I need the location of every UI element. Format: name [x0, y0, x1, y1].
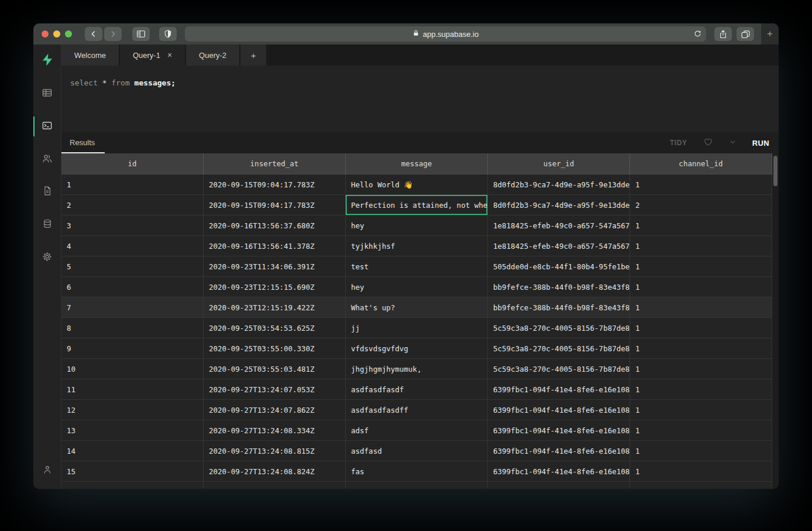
cell-message-row14[interactable]: asdfasd [346, 441, 488, 461]
tab-query-2[interactable]: Query-2 [186, 44, 239, 66]
tab-query-1[interactable]: Query-1 × [120, 44, 185, 66]
scrollbar-thumb[interactable] [773, 156, 777, 186]
favorite-button[interactable] [703, 137, 713, 149]
cell-id-row9[interactable]: 9 [61, 338, 204, 359]
column-header-inserted_at[interactable]: inserted_at [204, 153, 346, 174]
cell-message-row6[interactable]: hey [346, 277, 488, 297]
sidebar-toggle-button[interactable] [132, 27, 150, 41]
cell-id-row6[interactable]: 6 [61, 277, 204, 297]
cell-id-row15[interactable]: 15 [61, 461, 204, 482]
cell-inserted_at-row5[interactable]: 2020-09-23T11:34:06.391Z [204, 256, 346, 277]
cell-message-row2[interactable]: Perfection is attained, not when… [346, 195, 488, 215]
cell-channel_id-row14[interactable]: 1 [630, 441, 772, 461]
cell-inserted_at-row3[interactable]: 2020-09-16T13:56:37.680Z [204, 215, 346, 236]
cell-id-row13[interactable]: 13 [61, 420, 204, 441]
cell-id-row5[interactable]: 5 [61, 256, 204, 277]
cell-id-row12[interactable]: 12 [61, 400, 204, 420]
minimize-window-button[interactable] [53, 30, 60, 37]
address-bar[interactable]: app.supabase.io [185, 26, 706, 42]
cell-id-row4[interactable]: 4 [61, 236, 204, 256]
run-button[interactable]: RUN [752, 139, 769, 148]
cell-user_id-row9[interactable]: 5c59c3a8-270c-4005-8156-7b87de8c… [488, 338, 630, 359]
cell-user_id-row6[interactable]: bb9fefce-388b-44f0-b98f-83e43f8a… [488, 277, 630, 297]
sidebar-item-settings[interactable] [33, 241, 61, 274]
cell-message-row11[interactable]: asdfasdfasdf [346, 379, 488, 400]
cell-channel_id-row15[interactable]: 1 [630, 461, 772, 482]
cell-user_id-row10[interactable]: 5c59c3a8-270c-4005-8156-7b87de8c… [488, 359, 630, 379]
cell-inserted_at-row15[interactable]: 2020-09-27T13:24:08.824Z [204, 461, 346, 482]
column-header-id[interactable]: id [61, 153, 204, 174]
new-query-tab-button[interactable]: + [240, 44, 266, 66]
sidebar-item-docs[interactable] [33, 176, 61, 208]
cell-message-row1[interactable]: Hello World 👋 [346, 174, 488, 195]
cell-inserted_at-row2[interactable]: 2020-09-15T09:04:17.783Z [204, 195, 346, 215]
cell-user_id-row2[interactable]: 8d0fd2b3-9ca7-4d9e-a95f-9e13dded… [488, 195, 630, 215]
cell-inserted_at-row1[interactable]: 2020-09-15T09:04:17.783Z [204, 174, 346, 195]
cell-inserted_at-row6[interactable]: 2020-09-23T12:15:15.690Z [204, 277, 346, 297]
cell-id-row2[interactable]: 2 [61, 195, 204, 215]
zoom-window-button[interactable] [65, 30, 72, 37]
cell-id-row10[interactable]: 10 [61, 359, 204, 379]
supabase-logo-link[interactable] [33, 44, 61, 77]
cell-message-row12[interactable]: asdfasdfasdff [346, 400, 488, 420]
back-button[interactable] [85, 27, 102, 41]
sidebar-item-table-editor[interactable] [33, 77, 61, 110]
table-scrollbar[interactable] [772, 153, 779, 489]
tidy-button[interactable]: TIDY [670, 139, 687, 147]
sidebar-item-database[interactable] [33, 208, 61, 241]
cell-channel_id-row6[interactable]: 1 [630, 277, 772, 297]
sql-editor[interactable]: select * from messages; [61, 66, 779, 132]
cell-inserted_at-row14[interactable]: 2020-09-27T13:24:08.815Z [204, 441, 346, 461]
cell-channel_id-row5[interactable]: 1 [630, 256, 772, 277]
cell-user_id-row4[interactable]: 1e818425-efeb-49c0-a657-547a5672… [488, 236, 630, 256]
tab-welcome[interactable]: Welcome [61, 44, 119, 66]
run-options-button[interactable] [729, 138, 737, 148]
cell-channel_id-row3[interactable]: 1 [630, 215, 772, 236]
cell-message-row5[interactable]: test [346, 256, 488, 277]
cell-id-row11[interactable]: 11 [61, 379, 204, 400]
cell-channel_id-row13[interactable]: 1 [630, 420, 772, 441]
cell-inserted_at-row12[interactable]: 2020-09-27T13:24:07.862Z [204, 400, 346, 420]
cell-channel_id-row10[interactable]: 1 [630, 359, 772, 379]
cell-inserted_at-row13[interactable]: 2020-09-27T13:24:08.334Z [204, 420, 346, 441]
sidebar-item-sql-editor[interactable] [33, 110, 61, 143]
cell-message-row9[interactable]: vfdsvdsgvfdvg [346, 338, 488, 359]
cell-user_id-row12[interactable]: 6399fbc1-094f-41e4-8fe6-e16e1087… [488, 400, 630, 420]
reload-button[interactable] [693, 29, 702, 40]
close-tab-icon[interactable]: × [167, 51, 172, 59]
cell-channel_id-row12[interactable]: 1 [630, 400, 772, 420]
cell-user_id-row13[interactable]: 6399fbc1-094f-41e4-8fe6-e16e1087… [488, 420, 630, 441]
cell-channel_id-row8[interactable]: 1 [630, 318, 772, 338]
cell-inserted_at-row8[interactable]: 2020-09-25T03:54:53.625Z [204, 318, 346, 338]
cell-user_id-row11[interactable]: 6399fbc1-094f-41e4-8fe6-e16e1087… [488, 379, 630, 400]
sidebar-item-account[interactable] [33, 453, 61, 489]
cell-channel_id-row4[interactable]: 1 [630, 236, 772, 256]
cell-user_id-row15[interactable]: 6399fbc1-094f-41e4-8fe6-e16e1087… [488, 461, 630, 482]
forward-button[interactable] [104, 27, 122, 41]
cell-message-row8[interactable]: jj [346, 318, 488, 338]
privacy-report-button[interactable] [159, 27, 177, 41]
cell-id-row3[interactable]: 3 [61, 215, 204, 236]
cell-inserted_at-row4[interactable]: 2020-09-16T13:56:41.378Z [204, 236, 346, 256]
cell-channel_id-row7[interactable]: 1 [630, 297, 772, 318]
cell-message-row13[interactable]: adsf [346, 420, 488, 441]
column-header-channel_id[interactable]: channel_id [630, 153, 772, 174]
cell-inserted_at-row10[interactable]: 2020-09-25T03:55:03.481Z [204, 359, 346, 379]
cell-message-row10[interactable]: jhgjhgmjhymumuk, [346, 359, 488, 379]
cell-channel_id-row11[interactable]: 1 [630, 379, 772, 400]
cell-inserted_at-row11[interactable]: 2020-09-27T13:24:07.053Z [204, 379, 346, 400]
cell-inserted_at-row9[interactable]: 2020-09-25T03:55:00.330Z [204, 338, 346, 359]
cell-channel_id-row2[interactable]: 2 [630, 195, 772, 215]
browser-new-tab-button[interactable]: + [761, 23, 779, 44]
sidebar-item-users[interactable] [33, 143, 61, 176]
cell-message-row3[interactable]: hey [346, 215, 488, 236]
cell-user_id-row1[interactable]: 8d0fd2b3-9ca7-4d9e-a95f-9e13dded… [488, 174, 630, 195]
cell-id-row14[interactable]: 14 [61, 441, 204, 461]
cell-id-row7[interactable]: 7 [61, 297, 204, 318]
share-button[interactable] [714, 27, 732, 41]
tab-overview-button[interactable] [737, 27, 754, 41]
cell-message-row15[interactable]: fas [346, 461, 488, 482]
close-window-button[interactable] [42, 30, 49, 37]
column-header-user_id[interactable]: user_id [488, 153, 630, 174]
column-header-message[interactable]: message [346, 153, 488, 174]
